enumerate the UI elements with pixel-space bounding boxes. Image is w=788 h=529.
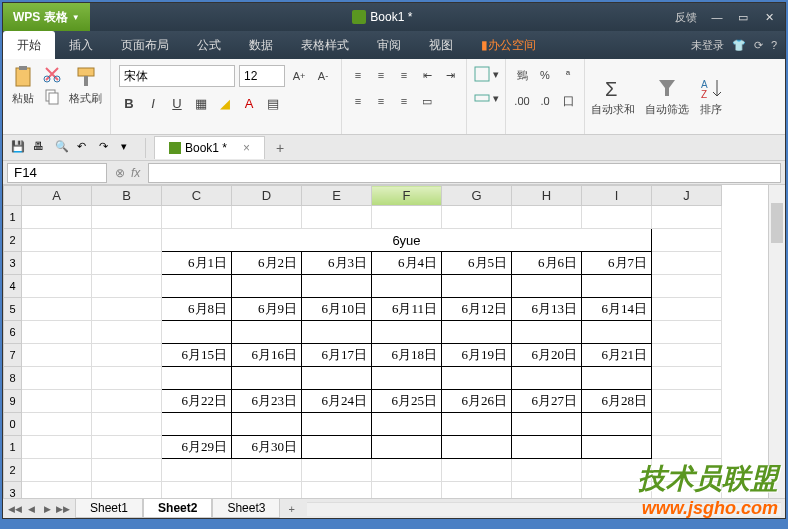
cell[interactable] xyxy=(92,229,162,252)
border-button[interactable]: ▦ xyxy=(191,93,211,113)
cell[interactable] xyxy=(302,321,372,344)
row-header[interactable]: 2 xyxy=(4,229,22,252)
cell[interactable]: 6月17日 xyxy=(302,344,372,367)
formula-input[interactable] xyxy=(148,163,781,183)
cell[interactable] xyxy=(652,206,722,229)
row-header[interactable]: 1 xyxy=(4,436,22,459)
row-header[interactable]: 7 xyxy=(4,344,22,367)
cell[interactable] xyxy=(92,482,162,499)
cell[interactable] xyxy=(22,275,92,298)
doc-tab-close-icon[interactable]: × xyxy=(243,141,250,155)
row-header[interactable]: 4 xyxy=(4,275,22,298)
cell[interactable] xyxy=(372,275,442,298)
cell[interactable] xyxy=(512,482,582,499)
cell[interactable] xyxy=(372,459,442,482)
feedback-link[interactable]: 反馈 xyxy=(675,10,697,25)
cell[interactable] xyxy=(652,229,722,252)
cell[interactable] xyxy=(442,367,512,390)
cell[interactable] xyxy=(92,413,162,436)
dec-indent-button[interactable]: ⇤ xyxy=(417,65,437,85)
cell[interactable] xyxy=(442,459,512,482)
vertical-scrollbar[interactable] xyxy=(768,185,785,498)
cell[interactable] xyxy=(652,482,722,499)
conditional-format-button[interactable]: ▤ xyxy=(263,93,283,113)
col-header-H[interactable]: H xyxy=(512,186,582,206)
cell[interactable]: 6月10日 xyxy=(302,298,372,321)
cell[interactable]: 6月23日 xyxy=(232,390,302,413)
format-painter-button[interactable]: 格式刷 xyxy=(69,65,102,128)
italic-button[interactable]: I xyxy=(143,93,163,113)
cell[interactable]: 6月22日 xyxy=(162,390,232,413)
cell[interactable]: 6月15日 xyxy=(162,344,232,367)
cell[interactable] xyxy=(162,459,232,482)
cut-icon[interactable] xyxy=(43,65,61,83)
cell[interactable] xyxy=(302,367,372,390)
align-center-button[interactable]: ≡ xyxy=(371,91,391,111)
cell[interactable] xyxy=(232,367,302,390)
col-header-C[interactable]: C xyxy=(162,186,232,206)
row-header[interactable]: 9 xyxy=(4,390,22,413)
cell[interactable] xyxy=(92,390,162,413)
cell[interactable]: 6月11日 xyxy=(372,298,442,321)
cell[interactable] xyxy=(232,459,302,482)
minimize-button[interactable]: — xyxy=(705,8,729,26)
cell[interactable] xyxy=(22,321,92,344)
cell[interactable]: 6月18日 xyxy=(372,344,442,367)
underline-button[interactable]: U xyxy=(167,93,187,113)
menu-tablestyle[interactable]: 表格样式 xyxy=(287,31,363,60)
cell[interactable] xyxy=(372,367,442,390)
cell[interactable] xyxy=(302,436,372,459)
save-icon[interactable]: 💾 xyxy=(11,140,27,156)
row-header[interactable]: 8 xyxy=(4,367,22,390)
preview-icon[interactable]: 🔍 xyxy=(55,140,71,156)
select-all-cell[interactable] xyxy=(4,186,22,206)
cell[interactable] xyxy=(652,344,722,367)
sort-button[interactable]: AZ 排序 xyxy=(699,76,723,117)
col-header-E[interactable]: E xyxy=(302,186,372,206)
cell[interactable] xyxy=(442,436,512,459)
cell[interactable]: 6月14日 xyxy=(582,298,652,321)
cell[interactable]: 6月30日 xyxy=(232,436,302,459)
autosum-button[interactable]: Σ 自动求和 xyxy=(591,76,635,117)
menu-review[interactable]: 审阅 xyxy=(363,31,415,60)
inc-indent-button[interactable]: ⇥ xyxy=(440,65,460,85)
cell[interactable] xyxy=(22,413,92,436)
cell[interactable] xyxy=(652,321,722,344)
cell[interactable]: 6月3日 xyxy=(302,252,372,275)
merge-button[interactable]: ▭ xyxy=(417,91,437,111)
copy-icon[interactable] xyxy=(43,87,61,105)
cell[interactable] xyxy=(512,436,582,459)
cell[interactable] xyxy=(92,321,162,344)
cell[interactable] xyxy=(162,275,232,298)
font-color-button[interactable]: A xyxy=(239,93,259,113)
cell[interactable] xyxy=(232,413,302,436)
cell[interactable]: 6月8日 xyxy=(162,298,232,321)
cell[interactable]: 6月19日 xyxy=(442,344,512,367)
cell[interactable] xyxy=(582,413,652,436)
cell[interactable] xyxy=(512,459,582,482)
cell[interactable]: 6月27日 xyxy=(512,390,582,413)
inc-decimal-button[interactable]: .00 xyxy=(512,91,532,111)
cell[interactable] xyxy=(92,252,162,275)
login-status[interactable]: 未登录 xyxy=(691,38,724,53)
cell[interactable] xyxy=(512,321,582,344)
cell[interactable] xyxy=(232,206,302,229)
cell[interactable] xyxy=(652,436,722,459)
cell[interactable] xyxy=(302,275,372,298)
col-header-J[interactable]: J xyxy=(652,186,722,206)
autofilter-button[interactable]: 自动筛选 xyxy=(645,76,689,117)
col-header-B[interactable]: B xyxy=(92,186,162,206)
fill-color-button[interactable]: ◢ xyxy=(215,93,235,113)
cell[interactable] xyxy=(92,344,162,367)
cell[interactable] xyxy=(652,367,722,390)
cell[interactable]: 6月9日 xyxy=(232,298,302,321)
qa-more-icon[interactable]: ▾ xyxy=(121,140,137,156)
cell[interactable]: 6月7日 xyxy=(582,252,652,275)
cell[interactable] xyxy=(22,482,92,499)
cell[interactable] xyxy=(22,367,92,390)
currency-button[interactable]: 鵛 xyxy=(512,65,532,85)
fx-cancel-icon[interactable]: ⊗ xyxy=(115,166,125,180)
cell[interactable]: 6月12日 xyxy=(442,298,512,321)
wrap-text-button[interactable]: ▾ xyxy=(473,65,499,83)
menu-insert[interactable]: 插入 xyxy=(55,31,107,60)
